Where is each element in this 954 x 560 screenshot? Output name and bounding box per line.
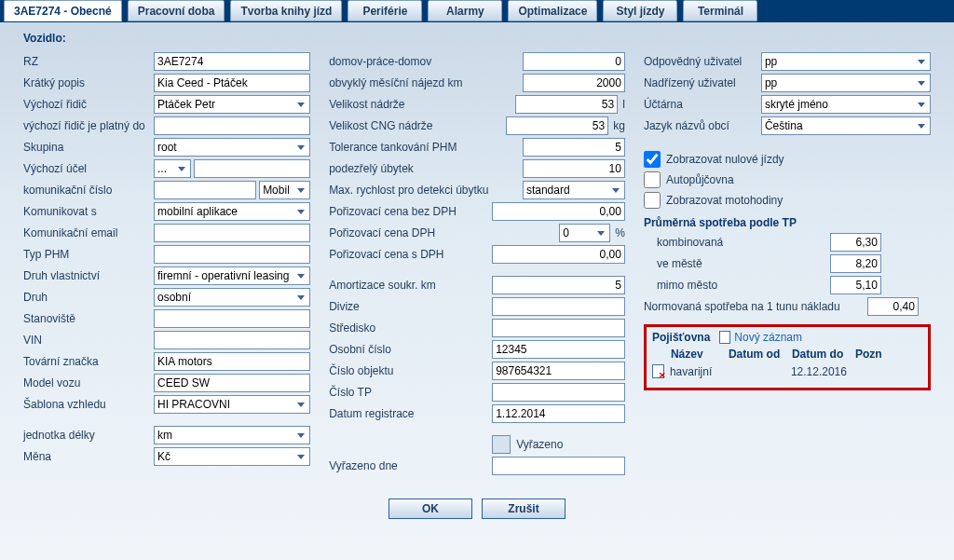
stanoviste-label: Stanoviště <box>23 312 154 325</box>
ridic-platny-do-input[interactable] <box>154 116 310 135</box>
spotreba-heading: Průměrná spotřeba podle TP <box>644 216 931 229</box>
cancel-button[interactable]: Zrušit <box>482 499 566 519</box>
vyrazeno-dne-input[interactable] <box>492 457 625 475</box>
norm-input[interactable] <box>867 297 919 316</box>
sablona-vzhledu-select[interactable]: HI PRACOVNI <box>154 395 310 414</box>
pojistovna-panel: Pojišťovna Nový záznam Název Datum od Da… <box>644 324 931 390</box>
model-vozu-input[interactable] <box>154 374 310 392</box>
ins-hd-pozn: Pozn <box>855 348 893 361</box>
druh-select[interactable]: osobní <box>154 288 310 307</box>
ridic-platny-do-label: výchozí řidič je platný do <box>23 119 154 132</box>
jednotka-delky-label: jednotka délky <box>23 429 154 442</box>
kom-email-label: Komunikační email <box>23 226 154 239</box>
tab-periferie[interactable]: Periférie <box>348 0 422 21</box>
tovarni-znacka-input[interactable] <box>154 352 310 371</box>
vozidlo-heading: Vozidlo: <box>23 32 931 45</box>
delete-icon[interactable] <box>652 364 664 378</box>
nadrz-unit: l <box>620 98 625 111</box>
datum-registrace-label: Datum registrace <box>329 407 492 420</box>
ins-hd-do: Datum do <box>792 348 850 361</box>
nadrizeny-label: Nadřízený uživatel <box>644 76 756 89</box>
tab-obecne[interactable]: 3AE7274 - Obecné <box>4 0 122 21</box>
nadrz-label: Velikost nádrže <box>329 98 492 111</box>
typ-phm-label: Typ PHM <box>23 248 154 261</box>
autopujcovna-checkbox[interactable] <box>644 171 661 188</box>
druh-vlastnictvi-select[interactable]: firemní - operativní leasing <box>154 266 310 285</box>
divize-input[interactable] <box>492 297 625 316</box>
tolerance-input[interactable] <box>523 138 625 157</box>
ubytek-label: podezřelý úbytek <box>329 162 492 175</box>
insurance-row[interactable]: havarijní 12.12.2016 <box>652 364 922 378</box>
tab-terminal[interactable]: Terminál <box>683 0 757 21</box>
tab-tvorba-knihy[interactable]: Tvorba knihy jízd <box>230 0 342 21</box>
ok-button[interactable]: OK <box>388 499 472 519</box>
tab-optimalizace[interactable]: Optimalizace <box>508 0 597 21</box>
druh-label: Druh <box>23 291 154 304</box>
vychozi-ucel-input[interactable] <box>194 159 310 178</box>
kom-cislo-label: komunikační číslo <box>23 184 154 197</box>
dph-unit: % <box>613 226 625 239</box>
vychozi-ucel-label: Výchozí účel <box>23 162 154 175</box>
autopujcovna-label: Autopůjčovna <box>666 173 734 186</box>
cena-s-dph-input[interactable] <box>492 245 625 264</box>
cng-input[interactable] <box>506 116 608 135</box>
tab-pracovni-doba[interactable]: Pracovní doba <box>128 0 225 21</box>
mimo-input[interactable] <box>830 276 881 294</box>
typ-phm-input[interactable] <box>154 245 310 264</box>
vychozi-ridic-select[interactable]: Ptáček Petr <box>154 95 310 114</box>
kombi-label: kombinovaná <box>644 236 830 249</box>
novy-zaznam-link[interactable]: Nový záznam <box>719 331 802 344</box>
col-left: RZ Krátký popis Výchozí řidič Ptáček Pet… <box>23 50 310 476</box>
dph-select[interactable]: 0 <box>559 224 610 242</box>
motohodiny-checkbox[interactable] <box>644 192 661 209</box>
mesto-label: ve městě <box>644 257 830 270</box>
mena-select[interactable]: Kč <box>154 447 310 466</box>
kom-cislo-mode-select[interactable]: Mobil <box>259 181 310 199</box>
cislo-objektu-label: Číslo objektu <box>329 364 492 377</box>
mena-label: Měna <box>23 450 154 463</box>
skupina-select[interactable]: root <box>154 138 310 157</box>
cislo-objektu-input[interactable] <box>492 362 625 380</box>
vyrazeno-checkbox[interactable] <box>492 435 511 454</box>
tolerance-label: Tolerance tankování PHM <box>329 141 492 154</box>
rz-input[interactable] <box>154 52 310 71</box>
osobni-cislo-input[interactable] <box>492 340 625 359</box>
novy-zaznam-label: Nový záznam <box>734 331 802 344</box>
kom-cislo-input[interactable] <box>154 181 256 199</box>
dpd-input[interactable] <box>523 52 625 71</box>
tovarni-znacka-label: Tovární značka <box>23 355 154 368</box>
tab-styl-jizdy[interactable]: Styl jízdy <box>603 0 677 21</box>
datum-registrace-input[interactable] <box>492 404 625 423</box>
jazyk-select[interactable]: Čeština <box>761 116 931 135</box>
cislo-tp-input[interactable] <box>492 383 625 402</box>
vin-input[interactable] <box>154 331 310 349</box>
odpovedny-label: Odpovědný uživatel <box>644 55 756 68</box>
amortizace-input[interactable] <box>492 276 625 294</box>
cng-label: Velikost CNG nádrže <box>329 119 492 132</box>
nadrz-input[interactable] <box>515 95 618 114</box>
nulove-jizdy-checkbox[interactable] <box>644 151 661 168</box>
kratky-popis-input[interactable] <box>154 74 310 92</box>
najezd-input[interactable] <box>523 74 625 92</box>
cena-bez-dph-input[interactable] <box>492 202 625 221</box>
uctarna-label: Účtárna <box>644 98 756 111</box>
kom-email-input[interactable] <box>154 224 310 242</box>
kombi-input[interactable] <box>830 233 881 252</box>
motohodiny-label: Zobrazovat motohodiny <box>666 194 783 207</box>
ins-hd-nazev: Název <box>671 348 723 361</box>
uctarna-select[interactable]: skryté jméno <box>761 95 931 114</box>
stanoviste-input[interactable] <box>154 309 310 328</box>
ucel-mini-select[interactable]: ... <box>154 159 191 178</box>
komunikovat-s-select[interactable]: mobilní aplikace <box>154 202 310 221</box>
col-mid: domov-práce-domov obvyklý měsíční nájezd… <box>329 50 625 476</box>
ubytek-input[interactable] <box>523 159 625 178</box>
mesto-input[interactable] <box>830 254 881 273</box>
odpovedny-select[interactable]: pp <box>761 52 931 71</box>
cena-s-dph-label: Pořizovací cena s DPH <box>329 248 492 261</box>
jednotka-delky-select[interactable]: km <box>154 426 310 444</box>
nadrizeny-select[interactable]: pp <box>761 74 931 92</box>
tab-alarmy[interactable]: Alarmy <box>428 0 502 21</box>
rz-label: RZ <box>23 55 154 68</box>
maxrychlost-select[interactable]: standard <box>523 181 625 199</box>
stredisko-input[interactable] <box>492 319 625 337</box>
